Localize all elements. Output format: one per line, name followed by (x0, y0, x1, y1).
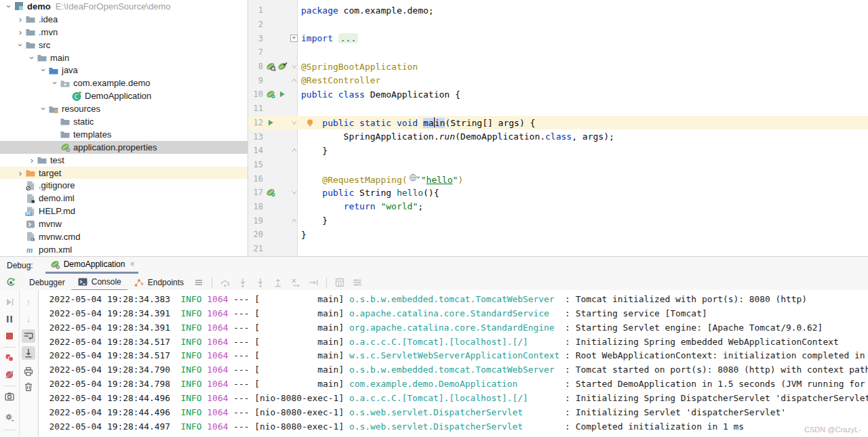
tree-item-demoapplication[interactable]: ›CDemoApplication (0, 89, 248, 102)
editor-line-12[interactable]: 12 public static void main(String[] args… (248, 116, 868, 130)
run-icon[interactable] (265, 117, 276, 128)
code-editor[interactable]: 1package com.example.demo;23+import ...7… (248, 0, 868, 256)
tab-console[interactable]: Console (71, 274, 127, 291)
view-breakpoints-icon[interactable] (3, 351, 16, 365)
tree-item-mvnw[interactable]: ›mvnw (0, 217, 248, 230)
tree-chevron-icon[interactable]: › (28, 53, 37, 62)
spring-bean-icon[interactable] (265, 89, 276, 100)
tree-item-resources[interactable]: ›resources (0, 102, 248, 115)
tree-chevron-icon[interactable]: › (39, 104, 48, 114)
tree-item-test[interactable]: ›test (0, 154, 248, 167)
editor-line-7[interactable]: 7 (248, 45, 868, 60)
tree-item--gitignore[interactable]: ›.gitignore (0, 179, 248, 192)
thread-dump-camera-icon[interactable] (3, 390, 16, 403)
fold-marker[interactable] (290, 147, 298, 154)
tree-item-label: .idea (39, 14, 58, 24)
tree-chevron-icon[interactable]: › (51, 79, 60, 88)
tree-item-java[interactable]: ›java (0, 64, 248, 77)
tree-item-src[interactable]: ›src (0, 39, 248, 51)
fold-marker[interactable] (290, 189, 298, 196)
url-inlay-globe-icon[interactable] (408, 172, 421, 183)
editor-line-20[interactable]: 20} (248, 228, 868, 242)
intention-bulb-icon[interactable] (305, 118, 316, 129)
options-menu-icon[interactable] (193, 277, 204, 288)
mute-breakpoints-icon[interactable] (3, 368, 16, 381)
spring-bean-icon[interactable] (265, 187, 276, 198)
tab-endpoints-label: Endpoints (148, 278, 184, 287)
print-icon[interactable] (22, 365, 35, 378)
soft-wrap-icon[interactable] (22, 329, 35, 343)
line-number: 8 (248, 62, 263, 71)
tab-debugger[interactable]: Debugger (23, 274, 71, 291)
line-number: 16 (248, 174, 263, 184)
resume-program-icon[interactable] (3, 295, 16, 309)
tree-chevron-icon[interactable]: › (5, 1, 14, 11)
editor-line-17[interactable]: 17 public String hello(){ (248, 186, 868, 200)
tree-item--idea[interactable]: ›.idea (0, 13, 248, 26)
editor-line-2[interactable]: 2 (248, 18, 868, 32)
editor-line-15[interactable]: 15 (248, 158, 868, 172)
tree-item-help-md[interactable]: ›MDHELP.md (0, 205, 248, 217)
fold-marker[interactable] (290, 217, 298, 224)
debug-session-tab[interactable]: DemoApplication × (45, 257, 139, 274)
tree-item-com-example-demo[interactable]: ›com.example.demo (0, 77, 248, 89)
tree-item-pom-xml[interactable]: ›mpom.xml (0, 243, 248, 256)
editor-line-8[interactable]: 8@SpringBootApplication (248, 60, 868, 74)
editor-line-10[interactable]: 10public class DemoApplication { (248, 87, 868, 102)
tree-item-main[interactable]: ›main (0, 51, 248, 64)
tab-endpoints[interactable]: Endpoints (127, 274, 190, 291)
clear-all-icon[interactable] (22, 380, 35, 394)
step-over-icon[interactable] (220, 277, 231, 288)
prev-occurrence-icon[interactable]: ↑ (22, 295, 35, 309)
tree-item-static[interactable]: ›static (0, 115, 248, 128)
scroll-to-end-icon[interactable] (22, 346, 35, 360)
pause-program-icon[interactable] (3, 312, 16, 326)
editor-line-18[interactable]: 18 return "world"; (248, 200, 868, 214)
settings-gear-icon[interactable] (3, 411, 16, 424)
debug-label: Debug: (7, 261, 33, 270)
fold-marker[interactable] (290, 77, 298, 84)
editor-line-9[interactable]: 9@RestController (248, 73, 868, 87)
tree-chevron-icon[interactable]: › (16, 15, 25, 24)
folder-icon (25, 39, 36, 50)
fold-marker[interactable]: + (290, 35, 298, 42)
tree-chevron-icon[interactable]: › (39, 66, 48, 75)
spring-check-icon[interactable] (277, 61, 288, 72)
spring-search-icon[interactable] (265, 61, 276, 72)
editor-line-11[interactable]: 11 (248, 102, 868, 116)
editor-line-21[interactable]: 21 (248, 242, 868, 256)
evaluate-expression-icon[interactable] (334, 277, 345, 288)
force-step-into-icon[interactable] (255, 277, 266, 288)
tree-item-mvnw-cmd[interactable]: ›mvnw.cmd (0, 230, 248, 243)
editor-line-13[interactable]: 13 SpringApplication.run(DemoApplication… (248, 129, 868, 144)
console-output[interactable]: 2022-05-04 19:28:34.383 INFO 1064 --- [ … (39, 290, 868, 437)
tree-item-demo[interactable]: ›demoE:\IdeaForOpenSource\demo (0, 0, 248, 13)
tree-item-templates[interactable]: ›templates (0, 128, 248, 141)
drop-frame-icon[interactable] (290, 277, 301, 288)
project-tree-panel[interactable]: ›demoE:\IdeaForOpenSource\demo›.idea›.mv… (0, 0, 248, 256)
run-icon[interactable] (277, 89, 288, 100)
layout-settings-icon[interactable] (352, 277, 363, 288)
editor-line-3[interactable]: 3+import ... (248, 31, 868, 45)
editor-line-1[interactable]: 1package com.example.demo; (248, 3, 868, 18)
next-occurrence-icon[interactable]: ↓ (22, 312, 35, 326)
editor-line-14[interactable]: 14 } (248, 144, 868, 158)
tree-chevron-icon[interactable]: › (16, 169, 25, 178)
run-to-cursor-icon[interactable] (308, 277, 319, 288)
step-out-icon[interactable] (273, 277, 283, 288)
fold-marker[interactable] (290, 119, 298, 126)
step-into-icon[interactable] (237, 277, 248, 288)
tree-item-application-properties[interactable]: ›application.properties (0, 141, 248, 154)
tree-item-demo-iml[interactable]: ›demo.iml (0, 192, 248, 205)
stop-icon[interactable] (3, 329, 16, 343)
tree-chevron-icon[interactable]: › (27, 156, 37, 165)
tree-item--mvn[interactable]: ›.mvn (0, 26, 248, 39)
fold-marker[interactable] (290, 63, 298, 70)
editor-line-19[interactable]: 19 } (248, 213, 868, 228)
tree-item-target[interactable]: ›target (0, 167, 248, 180)
rerun-application-icon[interactable] (5, 277, 16, 288)
tree-chevron-icon[interactable]: › (16, 40, 25, 49)
editor-line-16[interactable]: 16 @RequestMapping("hello") (248, 171, 868, 186)
close-tab-icon[interactable]: × (130, 259, 134, 269)
tree-chevron-icon[interactable]: › (16, 28, 25, 37)
